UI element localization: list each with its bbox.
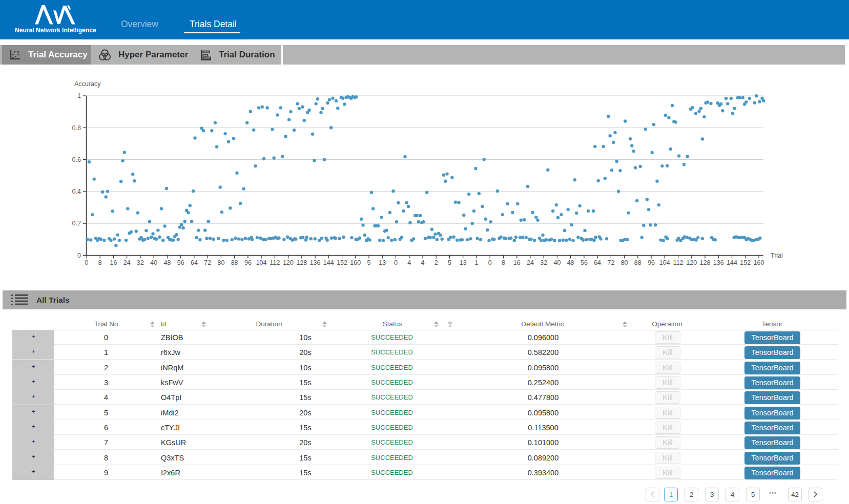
svg-text:32: 32 (540, 259, 547, 266)
svg-text:0.2: 0.2 (72, 220, 81, 227)
svg-text:1: 1 (475, 259, 479, 266)
svg-text:13: 13 (379, 259, 386, 266)
svg-text:136: 136 (713, 259, 724, 266)
svg-text:152: 152 (337, 259, 347, 266)
svg-text:72: 72 (204, 259, 211, 266)
svg-text:Trial: Trial (771, 252, 783, 259)
svg-text:48: 48 (567, 259, 574, 266)
svg-text:104: 104 (659, 259, 670, 266)
svg-text:8: 8 (502, 259, 505, 266)
svg-text:4: 4 (421, 259, 425, 266)
svg-text:4: 4 (407, 259, 411, 266)
svg-text:0: 0 (85, 259, 89, 266)
svg-text:0: 0 (394, 259, 398, 266)
svg-text:120: 120 (686, 259, 697, 266)
svg-text:5: 5 (367, 259, 371, 266)
svg-text:104: 104 (256, 259, 267, 266)
svg-text:64: 64 (191, 259, 198, 266)
svg-text:40: 40 (553, 259, 561, 266)
svg-text:5: 5 (448, 259, 451, 266)
svg-text:128: 128 (700, 259, 711, 266)
svg-text:0.6: 0.6 (72, 156, 81, 163)
svg-text:2: 2 (434, 259, 438, 266)
svg-text:96: 96 (244, 259, 252, 266)
svg-text:112: 112 (270, 259, 280, 266)
svg-text:72: 72 (607, 259, 614, 266)
svg-text:24: 24 (527, 259, 534, 266)
svg-text:88: 88 (231, 259, 238, 266)
svg-text:88: 88 (634, 259, 641, 266)
svg-text:80: 80 (217, 259, 224, 266)
svg-text:0: 0 (77, 252, 81, 259)
svg-text:136: 136 (310, 259, 321, 266)
svg-text:56: 56 (177, 259, 184, 266)
svg-text:56: 56 (581, 259, 588, 266)
svg-text:152: 152 (740, 259, 751, 266)
svg-text:64: 64 (594, 259, 601, 266)
svg-text:0.8: 0.8 (72, 124, 81, 132)
svg-text:16: 16 (513, 259, 521, 266)
svg-text:112: 112 (673, 259, 684, 266)
svg-text:96: 96 (648, 259, 655, 266)
svg-text:144: 144 (727, 259, 737, 266)
svg-text:32: 32 (137, 259, 144, 266)
svg-text:24: 24 (123, 259, 131, 266)
svg-text:13: 13 (460, 259, 467, 266)
svg-text:144: 144 (323, 259, 334, 266)
svg-text:120: 120 (283, 259, 294, 266)
svg-text:128: 128 (296, 259, 307, 266)
svg-text:16: 16 (110, 259, 117, 266)
svg-text:0: 0 (488, 259, 492, 266)
svg-text:160: 160 (754, 259, 764, 266)
svg-text:Accuracy: Accuracy (74, 80, 101, 88)
svg-text:0.4: 0.4 (72, 188, 81, 195)
svg-text:80: 80 (621, 259, 628, 266)
svg-text:40: 40 (150, 259, 157, 266)
svg-text:8: 8 (98, 259, 102, 266)
svg-text:48: 48 (163, 259, 171, 266)
svg-text:1: 1 (77, 92, 81, 99)
svg-text:160: 160 (350, 259, 361, 266)
